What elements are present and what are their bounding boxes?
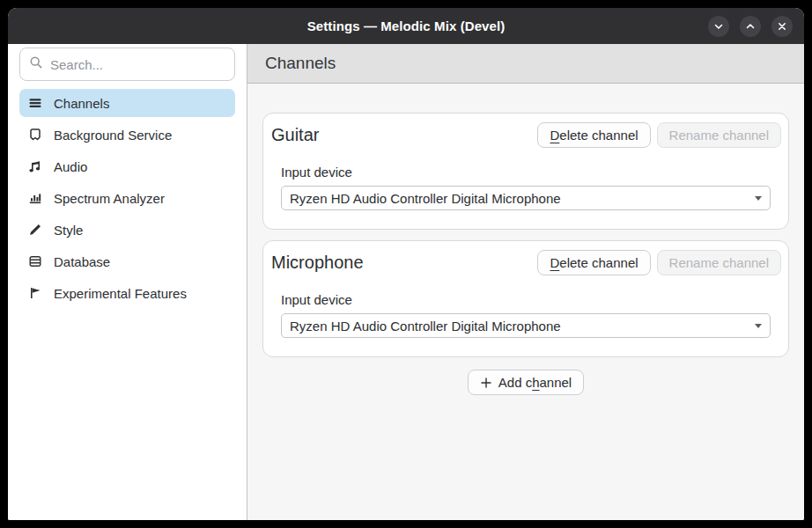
channel-name: Microphone [271, 250, 537, 275]
input-device-label: Input device [281, 165, 771, 180]
sidebar-item-audio[interactable]: Audio [19, 152, 235, 180]
add-channel-button[interactable]: Add channel [468, 370, 584, 395]
window-controls [708, 8, 793, 44]
close-button[interactable] [771, 16, 793, 37]
sidebar-nav: Channels Background Service Audio [8, 85, 247, 314]
search-input[interactable] [50, 57, 225, 72]
search-field[interactable] [19, 48, 235, 81]
music-note-icon [28, 159, 42, 173]
input-device-select[interactable]: Ryzen HD Audio Controller Digital Microp… [281, 186, 771, 210]
sidebar: Channels Background Service Audio [8, 44, 247, 520]
sidebar-item-experimental-features[interactable]: Experimental Features [19, 279, 235, 307]
channel-name: Guitar [271, 122, 537, 148]
settings-window: Settings — Melodic Mix (Devel) [8, 8, 804, 520]
sidebar-item-spectrum-analyzer[interactable]: Spectrum Analyzer [19, 184, 235, 212]
sidebar-item-label: Background Service [54, 128, 172, 143]
chevron-down-icon [713, 21, 724, 32]
sidebar-item-style[interactable]: Style [19, 216, 235, 244]
chevron-up-icon [745, 21, 756, 32]
channel-card-microphone: Microphone Delete channel Rename channel… [262, 240, 789, 357]
maximize-button[interactable] [740, 16, 761, 37]
delete-channel-button[interactable]: Delete channel [537, 250, 650, 275]
rename-channel-button[interactable]: Rename channel [657, 250, 781, 275]
sidebar-item-channels[interactable]: Channels [19, 89, 235, 117]
plus-icon [480, 377, 492, 389]
background-service-icon [28, 128, 42, 142]
input-device-select[interactable]: Ryzen HD Audio Controller Digital Microp… [281, 313, 771, 338]
list-icon [28, 96, 42, 110]
main-header: Channels [247, 44, 804, 84]
minimize-button[interactable] [708, 16, 729, 37]
search-icon [29, 55, 43, 73]
sidebar-item-background-service[interactable]: Background Service [19, 121, 235, 149]
main-pane: Channels Guitar Delete channel Rename ch… [247, 44, 804, 520]
flag-icon [28, 286, 42, 300]
input-device-value: Ryzen HD Audio Controller Digital Microp… [290, 319, 561, 334]
delete-channel-button[interactable]: Delete channel [537, 122, 650, 148]
sidebar-item-label: Audio [54, 159, 87, 174]
page-title: Channels [265, 54, 336, 73]
close-icon [777, 21, 787, 32]
input-device-label: Input device [281, 292, 771, 307]
sidebar-item-label: Experimental Features [54, 286, 187, 301]
dropdown-caret-icon [755, 324, 762, 328]
sidebar-item-label: Database [54, 254, 110, 269]
database-icon [28, 254, 42, 268]
titlebar: Settings — Melodic Mix (Devel) [8, 8, 804, 44]
rename-channel-button[interactable]: Rename channel [657, 122, 781, 148]
sidebar-item-database[interactable]: Database [19, 247, 235, 275]
channel-card-guitar: Guitar Delete channel Rename channel Inp… [262, 113, 789, 230]
pencil-icon [28, 223, 42, 237]
sidebar-item-label: Style [54, 223, 83, 238]
sidebar-item-label: Channels [54, 96, 109, 111]
input-device-value: Ryzen HD Audio Controller Digital Microp… [290, 191, 561, 206]
bar-chart-icon [28, 191, 42, 205]
window-title: Settings — Melodic Mix (Devel) [307, 18, 506, 33]
content-area: Guitar Delete channel Rename channel Inp… [247, 84, 804, 520]
sidebar-item-label: Spectrum Analyzer [54, 191, 165, 206]
dropdown-caret-icon [755, 196, 762, 201]
